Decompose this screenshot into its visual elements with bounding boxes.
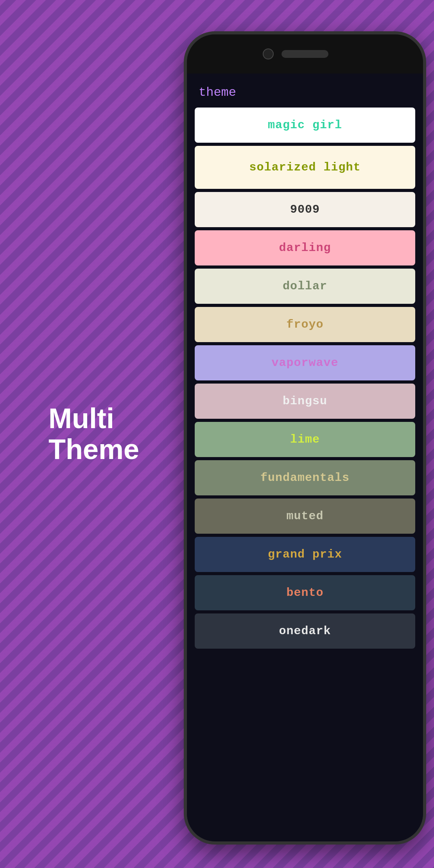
phone-frame: theme magic girlsolarized light9009darli… [184, 31, 426, 845]
theme-item-solarized-light[interactable]: solarized light [195, 146, 415, 189]
app-title: Multi Theme [48, 403, 139, 465]
theme-item-vaporwave[interactable]: vaporwave [195, 345, 415, 380]
theme-item-grand-prix[interactable]: grand prix [195, 537, 415, 572]
phone-notch [187, 34, 423, 74]
theme-label-froyo: froyo [286, 318, 323, 331]
sensor-icon [336, 48, 347, 59]
theme-item-fundamentals[interactable]: fundamentals [195, 460, 415, 495]
theme-item-dollar[interactable]: dollar [195, 269, 415, 304]
theme-item-bento[interactable]: bento [195, 575, 415, 610]
theme-item-bingsu[interactable]: bingsu [195, 384, 415, 419]
theme-label-vaporwave: vaporwave [271, 356, 338, 369]
theme-label-darling: darling [279, 241, 331, 255]
theme-list: magic girlsolarized light9009darlingdoll… [187, 108, 423, 649]
theme-item-froyo[interactable]: froyo [195, 307, 415, 342]
theme-item-lime[interactable]: lime [195, 422, 415, 457]
theme-item-magic-girl[interactable]: magic girl [195, 108, 415, 143]
theme-item-darling[interactable]: darling [195, 230, 415, 265]
theme-label-fundamentals: fundamentals [260, 471, 350, 484]
theme-label-bingsu: bingsu [283, 395, 327, 408]
theme-label-muted: muted [286, 509, 323, 523]
theme-label-magic-girl: magic girl [268, 118, 342, 132]
theme-label-dollar: dollar [283, 280, 327, 293]
camera-icon [263, 48, 274, 59]
screen-title: theme [187, 81, 423, 108]
theme-label-solarized-light: solarized light [249, 161, 360, 174]
phone-wrapper: theme magic girlsolarized light9009darli… [184, 31, 434, 852]
theme-label-onedark: onedark [279, 624, 331, 638]
theme-item-onedark[interactable]: onedark [195, 613, 415, 649]
theme-label-bento: bento [286, 586, 323, 599]
theme-item-9009[interactable]: 9009 [195, 192, 415, 227]
speaker-icon [282, 50, 328, 58]
theme-item-muted[interactable]: muted [195, 499, 415, 534]
theme-label-lime: lime [290, 433, 320, 446]
left-text-area: Multi Theme [0, 0, 188, 868]
phone-screen: theme magic girlsolarized light9009darli… [187, 74, 423, 841]
theme-label-9009: 9009 [290, 203, 320, 216]
theme-label-grand-prix: grand prix [268, 548, 342, 561]
